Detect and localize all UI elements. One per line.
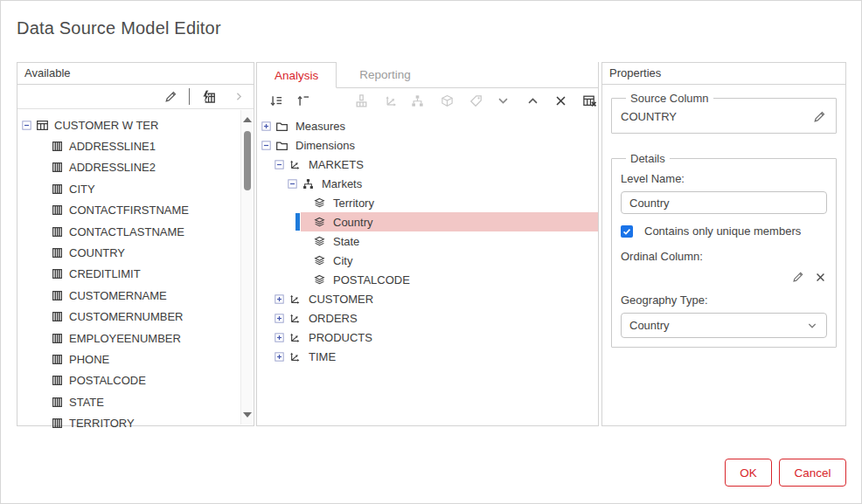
tree-item-label: City: [333, 254, 352, 267]
edit-icon[interactable]: [163, 89, 178, 104]
edit-ordinal-column-icon[interactable]: [791, 270, 805, 284]
scroll-up-icon[interactable]: [243, 117, 252, 122]
available-item-phone[interactable]: PHONE: [17, 349, 254, 369]
model-item-orders[interactable]: ORDERS: [257, 308, 598, 328]
source-column-value: COUNTRY: [621, 110, 677, 123]
scroll-down-icon[interactable]: [243, 412, 252, 418]
expand-icon[interactable]: [275, 352, 284, 362]
model-item-dimensions[interactable]: Dimensions: [257, 135, 598, 155]
level-name-label: Level Name:: [621, 172, 827, 185]
edit-source-column-icon[interactable]: [812, 109, 827, 124]
level-icon: [313, 235, 326, 248]
dimension-icon: [288, 331, 302, 344]
expand-icon[interactable]: [233, 90, 246, 103]
geography-type-select[interactable]: Country: [621, 313, 827, 338]
properties-panel-header: Properties: [602, 63, 845, 85]
tree-item-label: PRODUCTS: [309, 331, 372, 344]
clear-ordinal-column-icon[interactable]: [814, 271, 827, 284]
expand-icon[interactable]: [275, 333, 284, 342]
model-toolbar: [257, 88, 598, 113]
hierarchy-icon: [302, 177, 315, 190]
source-column-legend: Source Column: [626, 92, 713, 105]
toolbar-divider: [189, 88, 190, 105]
available-item-postalcode[interactable]: POSTALCODE: [17, 370, 254, 391]
available-item-customernumber[interactable]: CUSTOMERNUMBER: [17, 307, 254, 328]
data-source-model-editor-dialog: Data Source Model Editor Available CUSTO…: [0, 0, 862, 504]
folder-icon: [275, 120, 288, 133]
available-item-state[interactable]: STATE: [17, 391, 254, 412]
expand-icon[interactable]: [261, 121, 271, 131]
unique-members-checkbox[interactable]: [621, 225, 633, 238]
dimension-icon: [384, 93, 399, 108]
chevron-down-icon: [806, 320, 818, 332]
auto-generate-icon[interactable]: [200, 89, 216, 105]
tree-item-label: POSTALCODE: [69, 374, 146, 387]
expand-icon[interactable]: [275, 294, 284, 304]
cube-icon: [440, 93, 455, 108]
collapse-icon[interactable]: [275, 160, 284, 169]
collapse-icon[interactable]: [261, 141, 271, 150]
model-item-territory[interactable]: Territory: [257, 193, 598, 212]
ok-button[interactable]: OK: [725, 459, 772, 487]
chevron-down-icon[interactable]: [496, 93, 511, 108]
tree-item-label: State: [333, 235, 359, 248]
column-icon: [51, 374, 64, 387]
model-item-time[interactable]: TIME: [257, 347, 598, 366]
scrollbar-thumb[interactable]: [244, 131, 251, 190]
ordinal-column-label: Ordinal Column:: [621, 250, 827, 263]
column-icon: [51, 267, 64, 280]
tab-analysis[interactable]: Analysis: [256, 62, 337, 88]
dimension-icon: [288, 158, 302, 171]
available-item-contactlastname[interactable]: CONTACTLASTNAME: [17, 221, 254, 242]
cancel-button[interactable]: Cancel: [779, 459, 846, 487]
tabs-filler: [434, 62, 598, 88]
available-panel-header: Available: [17, 63, 254, 85]
available-scrollbar[interactable]: [240, 110, 253, 425]
model-item-state[interactable]: State: [257, 231, 598, 251]
collapse-icon[interactable]: [288, 179, 297, 189]
column-icon: [51, 310, 64, 323]
available-item-customer-w-ter[interactable]: CUSTOMER W TER: [17, 114, 254, 135]
model-item-markets-dimension[interactable]: MARKETS: [257, 155, 598, 174]
model-item-markets-hierarchy[interactable]: Markets: [257, 174, 598, 193]
tab-reporting[interactable]: Reporting: [337, 62, 434, 88]
geography-type-value: Country: [629, 319, 670, 332]
level-icon: [313, 254, 326, 267]
clear-grid-icon[interactable]: [582, 93, 597, 108]
expand-icon[interactable]: [275, 314, 284, 323]
available-item-customername[interactable]: CUSTOMERNAME: [17, 285, 254, 306]
move-down-icon[interactable]: [268, 93, 283, 108]
available-item-addressline1[interactable]: ADDRESSLINE1: [17, 135, 254, 156]
level-icon: [313, 216, 326, 229]
available-tree: CUSTOMER W TER ADDRESSLINE1 ADDRESSLINE2…: [17, 109, 254, 432]
model-item-country-selected[interactable]: Country: [257, 212, 598, 231]
column-icon: [51, 289, 64, 302]
tree-item-label: TERRITORY: [69, 417, 135, 430]
collapse-icon[interactable]: [22, 121, 31, 130]
model-item-products[interactable]: PRODUCTS: [257, 328, 598, 347]
available-item-contactfirstname[interactable]: CONTACTFIRSTNAME: [17, 200, 254, 221]
model-item-customer[interactable]: CUSTOMER: [257, 289, 598, 308]
column-icon: [51, 353, 64, 366]
model-item-postalcode[interactable]: POSTALCODE: [257, 270, 598, 289]
source-column-fieldset: Source Column COUNTRY: [611, 92, 837, 134]
folder-icon: [275, 139, 288, 152]
tree-item-label: CUSTOMER: [309, 293, 373, 306]
dimension-icon: [288, 312, 302, 325]
available-item-employeenumber[interactable]: EMPLOYEENUMBER: [17, 328, 254, 349]
model-item-measures[interactable]: Measures: [257, 116, 598, 135]
tree-item-label: CUSTOMER W TER: [54, 119, 158, 132]
measure-icon: [354, 93, 369, 108]
column-icon: [51, 396, 64, 409]
chevron-up-icon[interactable]: [525, 93, 540, 108]
details-fieldset: Details Level Name: Contains only unique…: [611, 152, 837, 348]
available-item-territory[interactable]: TERRITORY: [17, 412, 254, 432]
level-name-input[interactable]: [621, 191, 827, 214]
delete-icon[interactable]: [553, 93, 568, 108]
available-item-country[interactable]: COUNTRY: [17, 242, 254, 263]
model-item-city[interactable]: City: [257, 251, 598, 270]
move-up-icon[interactable]: [295, 93, 310, 108]
available-item-city[interactable]: CITY: [17, 178, 254, 199]
available-item-addressline2[interactable]: ADDRESSLINE2: [17, 157, 254, 178]
available-item-creditlimit[interactable]: CREDITLIMIT: [17, 264, 254, 285]
